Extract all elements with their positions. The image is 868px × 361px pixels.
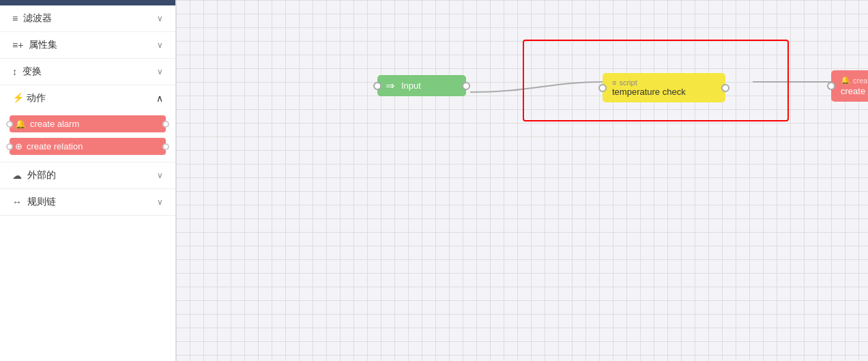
action-icon: ⚡ [12, 92, 24, 103]
port-left [6, 121, 13, 128]
sidebar-label-transform: 变换 [23, 66, 42, 78]
port-right [162, 143, 169, 150]
action-nodes-list: 🔔 create alarm ⊕ create relation [0, 111, 175, 162]
sidebar: ≡ 滤波器 ∨ ≡+ 属性集 ∨ ↕ 变换 ∨ ⚡ 动作 ∧ [0, 0, 176, 361]
sidebar-header [0, 0, 175, 5]
alarm-node-name: create alarms [841, 86, 868, 96]
chevron-up-icon: ∧ [156, 93, 163, 104]
sidebar-label-action: 动作 [27, 92, 46, 103]
script-top-label: script [619, 78, 637, 87]
chevron-down-icon: ∨ [157, 171, 163, 180]
port-right [162, 121, 169, 128]
input-icon: ⇒ [386, 79, 394, 92]
sidebar-item-action[interactable]: ⚡ 动作 ∧ [0, 85, 175, 111]
sidebar-node-create-relation[interactable]: ⊕ create relation [10, 138, 166, 155]
sidebar-label-external: 外部的 [27, 169, 56, 182]
plus-icon: ⊕ [15, 141, 23, 151]
canvas-node-script[interactable]: ≡ script temperature check [603, 73, 725, 102]
port-left [598, 84, 607, 92]
chevron-down-icon: ∨ [157, 14, 163, 23]
attrset-icon: ≡+ [12, 40, 23, 50]
connections-layer [176, 0, 868, 361]
chevron-down-icon: ∨ [157, 67, 163, 76]
cloud-icon: ☁ [12, 170, 22, 181]
create-relation-label: create relation [27, 141, 160, 151]
sidebar-label-attrset: 属性集 [29, 39, 57, 51]
script-icon: ≡ [612, 78, 616, 87]
sidebar-item-transform[interactable]: ↕ 变换 ∨ [0, 59, 175, 85]
port-left [373, 82, 381, 90]
input-label: Input [401, 81, 421, 91]
canvas-node-create-alarm[interactable]: 🔔 create alarm create alarms [831, 70, 868, 102]
sidebar-label-filter: 滤波器 [23, 12, 52, 25]
sidebar-section-action: ⚡ 动作 ∧ 🔔 create alarm ⊕ create relation [0, 85, 175, 162]
rulechain-icon: ↔ [12, 197, 22, 207]
sidebar-item-attrset[interactable]: ≡+ 属性集 ∨ [0, 32, 175, 59]
port-left [827, 82, 835, 90]
sidebar-label-rulechain: 规则链 [27, 196, 56, 208]
canvas: ⇒ Input ≡ script temperature check 🔔 cre… [176, 0, 868, 361]
script-node-header: ≡ script [612, 78, 637, 87]
port-left [6, 143, 13, 150]
port-right [462, 82, 470, 90]
alarm-top-label: create alarm [853, 76, 868, 85]
chevron-down-icon: ∨ [157, 40, 163, 50]
chevron-down-icon: ∨ [157, 197, 163, 207]
transform-icon: ↕ [12, 66, 17, 77]
sidebar-item-external[interactable]: ☁ 外部的 ∨ [0, 162, 175, 189]
create-alarm-label: create alarm [30, 119, 160, 129]
alarm-node-header: 🔔 create alarm [841, 76, 868, 85]
sidebar-node-create-alarm[interactable]: 🔔 create alarm [10, 115, 166, 132]
bell-icon: 🔔 [841, 76, 850, 85]
bell-icon: 🔔 [15, 119, 26, 129]
sidebar-item-filter[interactable]: ≡ 滤波器 ∨ [0, 5, 175, 32]
sidebar-item-rulechain[interactable]: ↔ 规则链 ∨ [0, 189, 175, 216]
filter-icon: ≡ [12, 13, 18, 24]
script-node-name: temperature check [612, 87, 686, 97]
canvas-node-input[interactable]: ⇒ Input [377, 75, 466, 96]
port-right [721, 84, 729, 92]
